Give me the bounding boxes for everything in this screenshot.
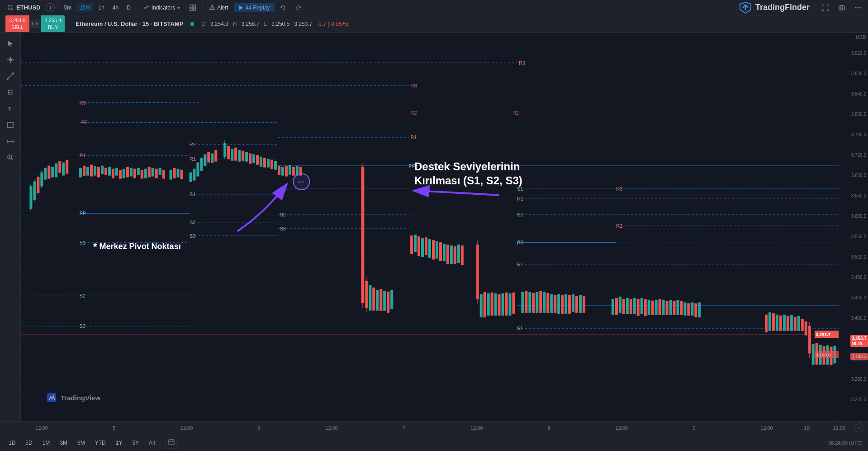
bottom-tf-5d[interactable]: 5D — [22, 438, 35, 447]
svg-text:S2: S2 — [517, 212, 523, 217]
bottom-tf-1d[interactable]: 1D — [5, 438, 19, 447]
bottom-tf-all[interactable]: All — [146, 438, 158, 447]
redo-button[interactable] — [292, 3, 305, 13]
price-3280: 3,280.0 — [851, 377, 866, 382]
camera-button[interactable] — [835, 1, 848, 14]
trade-buttons-group: 3,254.9 SELL 0.5 3,255.4 BUY — [5, 15, 65, 32]
price-axis: USD 3,920.0 3,880.0 3,840.0 3,800.0 3,76… — [839, 33, 868, 421]
svg-rect-152 — [144, 169, 147, 178]
replay-button[interactable]: 44 Replay — [234, 3, 275, 12]
crosshair-tool[interactable] — [3, 53, 18, 67]
measure-tool[interactable] — [3, 134, 18, 149]
svg-point-14 — [855, 7, 857, 8]
fib-tool[interactable] — [3, 85, 18, 100]
shape-tool[interactable] — [3, 118, 18, 132]
svg-rect-189 — [289, 165, 291, 174]
separator-2 — [137, 3, 137, 12]
tf-5m[interactable]: 5m — [61, 3, 75, 12]
shape-icon — [7, 121, 14, 129]
svg-rect-223 — [487, 293, 489, 315]
svg-text:S2: S2 — [280, 212, 285, 217]
svg-text:S3: S3 — [80, 323, 85, 329]
svg-rect-214 — [446, 245, 449, 264]
svg-rect-217 — [457, 245, 460, 263]
svg-rect-283 — [797, 316, 800, 331]
svg-rect-128 — [48, 166, 50, 178]
line-tool[interactable] — [3, 69, 18, 83]
tf-d[interactable]: D — [123, 3, 134, 12]
bottom-tf-ytd[interactable]: YTD — [92, 438, 109, 447]
svg-line-33 — [11, 158, 13, 160]
buy-button[interactable]: 3,255.4 BUY — [41, 15, 65, 32]
svg-rect-132 — [62, 163, 65, 175]
price-3440: 3,440.0 — [851, 295, 866, 300]
svg-text:R1: R1 — [190, 156, 196, 162]
svg-rect-175 — [238, 150, 241, 161]
svg-rect-241 — [558, 294, 560, 313]
time-label-0: 12:00 — [35, 425, 48, 431]
top-toolbar: ETHUSD + 5m 15m 1h 4h D Indicators Alert — [0, 0, 868, 15]
fullscreen-button[interactable] — [819, 1, 832, 14]
svg-rect-240 — [554, 295, 556, 312]
svg-rect-242 — [561, 295, 564, 313]
symbol-selector[interactable]: ETHUSD — [4, 3, 44, 12]
svg-rect-155 — [155, 169, 157, 178]
sell-button[interactable]: 3,254.9 SELL — [5, 15, 29, 32]
svg-marker-9 — [239, 5, 243, 10]
cursor-tool[interactable] — [3, 36, 18, 51]
svg-rect-177 — [246, 152, 248, 161]
svg-rect-215 — [450, 246, 452, 264]
svg-rect-206 — [418, 237, 420, 256]
text-tool[interactable]: T — [3, 101, 18, 116]
low-value: 3,250.5 — [271, 21, 289, 27]
svg-rect-184 — [270, 160, 273, 169]
svg-rect-3 — [190, 5, 192, 7]
add-symbol-button[interactable]: + — [46, 3, 55, 12]
svg-rect-190 — [292, 167, 294, 175]
svg-rect-166 — [204, 154, 206, 166]
zoom-tool[interactable] — [3, 150, 18, 165]
svg-rect-172 — [228, 146, 230, 159]
tf-4h[interactable]: 4h — [109, 3, 122, 12]
time-label-7: 8 — [548, 425, 550, 431]
bottom-tf-1y[interactable]: 1Y — [113, 438, 126, 447]
alert-button[interactable]: Alert — [205, 3, 232, 13]
svg-point-22 — [12, 72, 14, 74]
svg-rect-228 — [505, 293, 508, 315]
cursor-icon — [7, 40, 14, 47]
svg-rect-252 — [622, 299, 625, 314]
svg-rect-254 — [630, 299, 632, 314]
camera-icon — [839, 5, 845, 11]
bottom-tf-3m[interactable]: 3M — [57, 438, 71, 447]
tf-15m[interactable]: 15m — [76, 3, 93, 12]
indicators-button[interactable]: Indicators — [140, 3, 184, 13]
crosshair-icon — [7, 56, 14, 63]
indicators-icon — [143, 5, 150, 11]
tf-1h[interactable]: 1h — [95, 3, 107, 12]
layout-button[interactable] — [186, 3, 199, 13]
fib-icon — [7, 89, 14, 96]
svg-rect-261 — [655, 300, 657, 315]
bottom-tf-1m[interactable]: 1M — [39, 438, 53, 447]
svg-rect-247 — [579, 295, 582, 312]
svg-text:S1: S1 — [190, 192, 195, 197]
svg-point-0 — [8, 5, 12, 9]
time-label-2: 12:00 — [180, 425, 193, 431]
chart-area[interactable]: ^ Pivot Point TFlab Floor R3 ··· — [21, 33, 839, 421]
svg-rect-187 — [281, 167, 284, 175]
svg-rect-243 — [565, 294, 567, 313]
ohlc-display: O 3,254.9 H 3,258.7 L 3,250.5 3,253.7 -1… — [201, 21, 348, 27]
more-button[interactable] — [852, 1, 864, 14]
svg-rect-125 — [41, 173, 43, 186]
undo-icon — [280, 5, 286, 11]
bottom-tf-6m[interactable]: 6M — [74, 438, 88, 447]
svg-rect-234 — [532, 293, 535, 312]
svg-text:R1: R1 — [517, 262, 523, 267]
redo-icon — [295, 5, 302, 11]
bottom-tf-5y[interactable]: 5Y — [129, 438, 142, 447]
svg-rect-188 — [285, 166, 287, 176]
timestamp-display: 08:24:30 (UTC) — [828, 440, 863, 446]
reset-view-button[interactable]: ○ — [854, 423, 863, 432]
calendar-range-button[interactable] — [165, 437, 178, 449]
undo-button[interactable] — [276, 3, 290, 13]
